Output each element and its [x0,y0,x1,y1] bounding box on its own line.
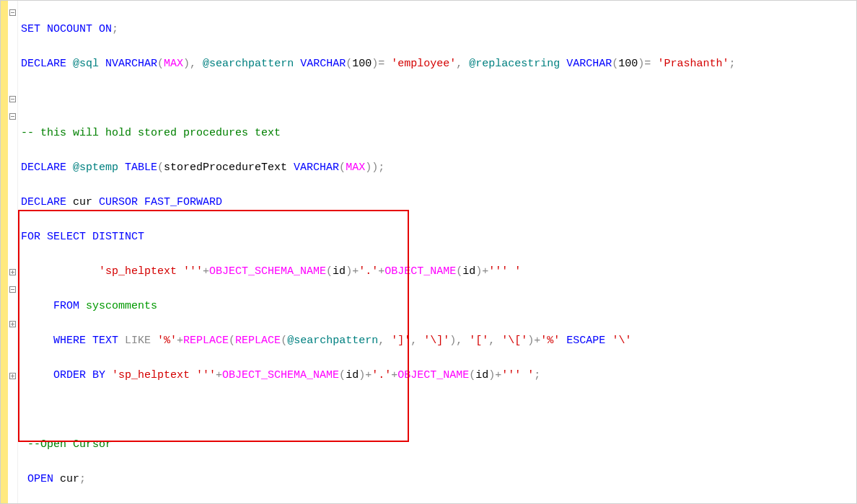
code-token: ; [534,369,540,381]
code-token: REPLACE [183,335,229,347]
fold-toggle[interactable] [9,9,16,16]
code-token: ; [79,473,86,485]
code-token: ) [488,369,495,381]
code-token: ( [281,335,287,347]
code-token: '\]' [417,335,449,347]
fold-toggle[interactable] [9,113,16,120]
code-token: @sql [66,58,99,70]
code-token: syscomments [79,300,157,312]
code-token: '.' [372,369,391,381]
code-token: REPLACE [235,335,281,347]
code-token: 'sp_helptext ''' [105,369,216,381]
code-token: SELECT [40,231,86,243]
code-token: DECLARE [21,162,66,174]
code-token: = [378,58,384,70]
code-token: id [333,265,346,278]
code-token: ORDER [21,369,86,381]
code-token: , [190,58,196,70]
code-token: NOCOUNT [40,23,92,35]
code-token: + [482,265,488,278]
code-token: '\' [605,335,631,347]
code-token: '%' [151,335,177,347]
code-token: ( [346,58,352,70]
code-token: ''' ' [501,369,534,381]
code-token: VARCHAR [560,58,612,70]
code-token: MAX [346,162,365,174]
code-token: SET [21,23,40,35]
code-token: CURSOR [92,196,138,208]
code-comment: -- this will hold stored procedures text [21,127,281,139]
code-area[interactable]: SET NOCOUNT ON; DECLARE @sql NVARCHAR(MA… [18,1,856,503]
code-token: ) [183,58,190,70]
code-token: ; [729,58,735,70]
code-token: + [378,265,384,278]
code-comment: --Open Cursor [27,438,112,451]
code-token: + [352,265,359,278]
code-token: ) [372,58,378,70]
code-token: DISTINCT [86,231,144,243]
fold-toggle[interactable] [9,321,16,327]
code-token: ( [339,162,346,174]
code-token: ( [456,265,462,278]
code-token: 'Prashanth' [651,58,729,70]
code-token: + [203,265,209,278]
code-token: BY [86,369,105,381]
code-token: FOR [21,231,40,243]
code-token: ']' [384,335,410,347]
code-token: )) [365,162,378,174]
fold-toggle[interactable] [9,96,16,102]
code-token: @searchpattern [196,58,294,70]
code-token: TEXT [86,335,118,347]
code-token: TABLE [118,162,157,174]
fold-toggle[interactable] [9,269,16,275]
code-token: @searchpattern [287,335,378,347]
code-token: DECLARE [21,196,66,208]
code-token: ( [157,58,164,70]
code-token: '\[' [495,335,527,347]
code-token: WHERE [21,335,86,347]
code-token: , [488,335,495,347]
fold-toggle[interactable] [9,286,16,293]
code-token: ) [475,265,482,278]
code-token: ( [157,162,164,174]
code-token: ( [469,369,475,381]
code-token: storedProcedureText [164,162,287,174]
code-token: + [365,369,372,381]
code-token: id [346,369,359,381]
code-token: ON [92,23,112,35]
code-token: , [378,335,384,347]
code-token: id [475,369,488,381]
code-token: OBJECT_SCHEMA_NAME [222,369,339,381]
code-token: ESCAPE [560,335,605,347]
code-token: , [456,58,462,70]
code-token: OBJECT_SCHEMA_NAME [209,265,326,278]
code-token: OPEN [27,473,53,485]
code-token: id [462,265,475,278]
code-token: 100 [618,58,638,70]
code-token: , [456,335,462,347]
code-token: '%' [540,335,560,347]
code-token: ( [229,335,235,347]
code-token: @sptemp [66,162,118,174]
change-indicator-bar [1,1,8,503]
code-token: 'employee' [384,58,456,70]
code-token: ( [339,369,346,381]
code-token: ) [527,335,534,347]
code-token: 'sp_helptext ''' [21,265,203,278]
code-editor: SET NOCOUNT ON; DECLARE @sql NVARCHAR(MA… [0,0,857,504]
code-token: VARCHAR [294,58,346,70]
fold-gutter [8,1,18,503]
fold-toggle[interactable] [9,373,16,379]
code-token: '.' [359,265,378,278]
code-token: + [391,369,397,381]
code-token: cur [66,196,92,208]
code-token: ) [638,58,644,70]
code-token: @replacestring [462,58,560,70]
code-token: FROM [21,300,79,312]
code-token: OBJECT_NAME [384,265,456,278]
code-token: '[' [462,335,488,347]
code-token: ; [112,23,118,35]
code-token: ) [449,335,456,347]
code-token: FAST_FORWARD [138,196,222,208]
code-token: ) [359,369,365,381]
